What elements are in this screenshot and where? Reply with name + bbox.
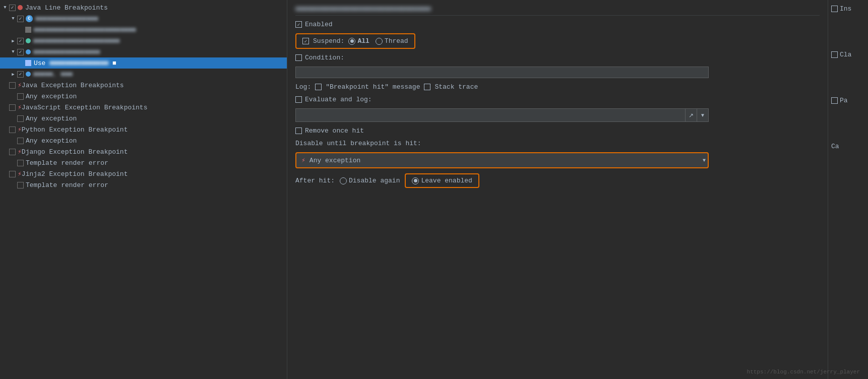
item-checkbox[interactable]: [9, 5, 16, 11]
disable-until-dropdown[interactable]: ⚡ Any exception: [295, 152, 709, 168]
leave-enabled-radio[interactable]: Leave enabled: [412, 177, 472, 184]
lightning-icon: ⚡: [18, 170, 22, 178]
evaluate-expand-button[interactable]: ↗: [686, 108, 697, 122]
far-right-panel: Ins Cla Pa Ca: [828, 0, 868, 379]
suspend-checkbox[interactable]: [302, 38, 309, 44]
tree-item-js-exception[interactable]: ▶ ⚡ JavaScript Exception Breakpoints: [0, 102, 287, 113]
tree-item-django-exception[interactable]: ▶ ⚡ Django Exception Breakpoint: [0, 146, 287, 157]
evaluate-dropdown-button[interactable]: ▼: [697, 108, 709, 122]
ins-label: Ins: [840, 5, 851, 13]
tree-item-sub1[interactable]: ■■■■■■■■■■■■■■■■■■■■■■■■■■: [0, 24, 287, 35]
blue-dot-icon: [26, 72, 31, 77]
lightning-icon: ⚡: [18, 148, 22, 156]
red-dot-icon: [18, 5, 23, 10]
dropdown-arrow-icon: ▼: [703, 158, 706, 163]
item-checkbox[interactable]: [17, 93, 24, 100]
item-label: Any exception: [26, 93, 77, 100]
tree-item-template-render-2[interactable]: Template render error: [0, 179, 287, 191]
expand-arrow[interactable]: [10, 38, 16, 44]
condition-input[interactable]: [295, 67, 709, 78]
evaluate-checkbox[interactable]: [295, 96, 302, 103]
suspend-all-radio[interactable]: All: [348, 37, 369, 45]
item-checkbox[interactable]: [17, 38, 24, 44]
blue-dot-icon: [26, 49, 31, 54]
pa-checkbox[interactable]: [831, 97, 838, 104]
condition-checkbox[interactable]: [295, 54, 302, 61]
far-right-ins: Ins: [831, 5, 865, 13]
tree-item-java-exception[interactable]: ▶ ⚡ Java Exception Breakpoints: [0, 80, 287, 91]
item-checkbox[interactable]: [9, 104, 16, 111]
config-title-row: ■■■■■■■■■■■■■■■■■■■■■■■■■■■■■■■■: [295, 5, 820, 16]
disable-until-row: Disable until breakpoint is hit:: [295, 140, 820, 147]
cla-label: Cla: [840, 51, 851, 58]
item-checkbox[interactable]: [9, 127, 16, 133]
tree-item-selected[interactable]: Use ■■■■■■■■■■■■■■■ ■: [0, 57, 287, 69]
item-checkbox[interactable]: [9, 149, 16, 155]
disable-dropdown-wrapper: ⚡ Any exception ▼: [295, 152, 709, 168]
evaluate-input-wrapper: ↗ ▼: [295, 108, 709, 122]
suspend-outlined-box: Suspend: All Thread: [295, 33, 415, 49]
evaluate-input[interactable]: [295, 108, 686, 122]
suspend-radio-group: All Thread: [348, 37, 408, 45]
breakpoint-hit-label: "Breakpoint hit" message: [326, 83, 420, 91]
leave-enabled-circle: [412, 177, 419, 184]
item-label: Java Exception Breakpoints: [22, 82, 124, 89]
stack-trace-checkbox[interactable]: [424, 84, 430, 90]
cla-checkbox[interactable]: [831, 51, 838, 58]
remove-once-hit-checkbox[interactable]: [295, 128, 302, 134]
item-checkbox[interactable]: [17, 71, 24, 78]
item-checkbox[interactable]: [17, 115, 24, 122]
enabled-label: Enabled: [305, 21, 333, 28]
tree-item-item4[interactable]: ■■■■■, ■■■: [0, 69, 287, 80]
expand-arrow[interactable]: [10, 71, 16, 77]
condition-input-wrapper: [295, 67, 709, 78]
tree-item-jinja2-exception[interactable]: ▶ ⚡ Jinja2 Exception Breakpoint: [0, 168, 287, 179]
item-checkbox[interactable]: [17, 49, 24, 55]
radio-all-circle: [348, 38, 355, 45]
tree-item-any-exception-3[interactable]: Any exception: [0, 135, 287, 146]
enabled-row: Enabled: [295, 21, 820, 28]
ins-checkbox[interactable]: [831, 6, 838, 12]
condition-row: Condition:: [295, 54, 820, 61]
item-checkbox[interactable]: [17, 160, 24, 166]
tree-item-item2[interactable]: ■■■■■■■■■■■■■■■■■■■■■■: [0, 35, 287, 46]
item-label: Django Exception Breakpoint: [22, 148, 128, 156]
teal-dot-icon: [26, 38, 31, 43]
item-checkbox[interactable]: [17, 16, 24, 22]
expand-arrow[interactable]: [10, 49, 16, 55]
item-checkbox[interactable]: [9, 171, 16, 177]
expand-arrow: ▶: [2, 149, 8, 155]
leave-enabled-outlined-box: Leave enabled: [405, 173, 479, 188]
item-label: ■■■■■, ■■■: [33, 71, 73, 78]
tree-item-item3[interactable]: ■■■■■■■■■■■■■■■■■: [0, 46, 287, 57]
item-checkbox[interactable]: [17, 182, 24, 188]
breakpoint-config-panel: ■■■■■■■■■■■■■■■■■■■■■■■■■■■■■■■■ Enabled…: [287, 0, 828, 379]
radio-thread-circle: [376, 38, 383, 45]
breakpoint-hit-checkbox[interactable]: [315, 84, 322, 90]
remove-once-hit-row: Remove once hit: [295, 127, 820, 135]
tree-item-class1[interactable]: C ■■■■■■■■■■■■■■■■: [0, 13, 287, 24]
item-label: Any exception: [26, 115, 77, 122]
watermark: https://blog.csdn.net/jerry_player: [747, 369, 860, 375]
leave-enabled-label: Leave enabled: [421, 177, 472, 184]
breakpoints-tree[interactable]: Java Line Breakpoints C ■■■■■■■■■■■■■■■■…: [0, 0, 287, 379]
tree-item-any-exception-1[interactable]: Any exception: [0, 91, 287, 102]
evaluate-row: Evaluate and log:: [295, 96, 820, 103]
suspend-all-label: All: [357, 37, 369, 45]
tree-item-any-exception-2[interactable]: Any exception: [0, 113, 287, 124]
item-checkbox[interactable]: [9, 82, 16, 89]
tree-item-template-render[interactable]: Template render error: [0, 157, 287, 168]
lightning-icon: ⚡: [18, 125, 22, 134]
item-checkbox[interactable]: [17, 138, 24, 144]
suspend-label: Suspend:: [313, 37, 344, 45]
expand-arrow[interactable]: [2, 5, 8, 11]
tree-item-java-line-breakpoints[interactable]: Java Line Breakpoints: [0, 2, 287, 13]
tree-item-python-exception[interactable]: ▶ ⚡ Python Exception Breakpoint: [0, 124, 287, 135]
disable-again-radio[interactable]: Disable again: [340, 177, 400, 184]
enabled-checkbox[interactable]: [295, 21, 302, 28]
item-label: Any exception: [26, 137, 77, 145]
expand-arrow[interactable]: [10, 16, 16, 22]
item-label: Template render error: [26, 181, 108, 189]
suspend-thread-radio[interactable]: Thread: [376, 37, 408, 45]
log-label: Log:: [295, 83, 311, 91]
